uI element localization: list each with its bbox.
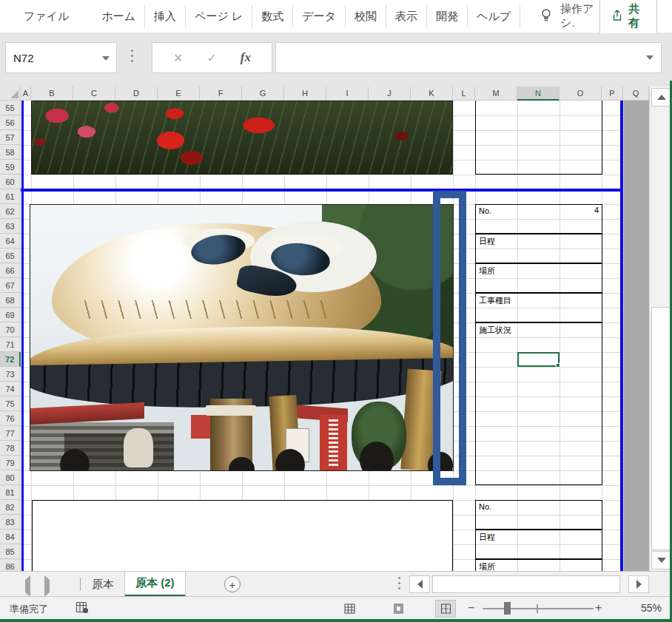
name-box-dropdown-icon[interactable] [102,56,110,61]
photo1-info-box[interactable] [475,101,602,175]
column-header-I[interactable]: I [326,87,369,101]
info-box-progress[interactable]: 施工状況 [475,322,602,485]
tell-me-button[interactable]: 操作アシ. [540,2,599,30]
tab-page-layout[interactable]: ページ レ [186,5,252,28]
zoom-slider-thumb[interactable] [504,602,511,615]
normal-view-button[interactable] [339,600,360,618]
row-header-73[interactable]: 73 [0,367,21,382]
tab-home[interactable]: ホーム [93,5,145,28]
row-header-69[interactable]: 69 [0,308,21,322]
row-header-56[interactable]: 56 [0,115,21,130]
tab-review[interactable]: 校閲 [346,5,386,28]
column-header-L[interactable]: L [453,87,475,101]
column-header-A[interactable]: A [21,87,31,101]
row-header-82[interactable]: 82 [0,500,21,515]
column-header-K[interactable]: K [411,87,453,101]
row-header-83[interactable]: 83 [0,515,21,530]
row-header-80[interactable]: 80 [0,470,21,485]
tab-scroll-left-button[interactable] [25,580,30,593]
row-header-68[interactable]: 68 [0,293,21,308]
macro-record-icon[interactable] [75,601,90,617]
column-header-M[interactable]: M [475,87,517,101]
enter-icon[interactable]: ✓ [206,51,216,65]
info-box-work-type[interactable]: 工事種目 [475,293,602,322]
column-header-N[interactable]: N [517,87,560,101]
photo-poppies[interactable] [31,101,453,175]
column-header-D[interactable]: D [115,87,158,101]
row-header-62[interactable]: 62 [0,204,21,219]
page-break-preview-button[interactable] [435,600,456,618]
row-header-72[interactable]: 72 [0,352,21,367]
fill-handle[interactable] [556,363,560,368]
scroll-left-button[interactable] [409,575,430,593]
no-value[interactable]: 4 [560,206,599,214]
row-header-63[interactable]: 63 [0,219,21,234]
tab-developer[interactable]: 開発 [427,5,468,28]
column-header-E[interactable]: E [158,87,200,101]
row-header-71[interactable]: 71 [0,337,21,352]
cancel-icon[interactable]: ✕ [173,51,183,65]
row-header-60[interactable]: 60 [0,175,21,189]
column-header-C[interactable]: C [73,87,115,101]
scroll-down-button[interactable] [651,551,671,569]
row-header-61[interactable]: 61 [0,189,21,204]
row-header-67[interactable]: 67 [0,278,21,293]
vertical-scrollbar[interactable] [649,87,672,571]
row-header-78[interactable]: 78 [0,441,21,456]
row-header-55[interactable]: 55 [0,101,21,115]
formula-bar-grip-icon[interactable] [131,50,133,52]
zoom-in-button[interactable]: + [595,601,602,615]
share-button[interactable]: 共有 [599,0,657,35]
info-box-schedule[interactable]: 日程 [475,234,602,263]
photo3-placeholder-box[interactable] [32,500,453,571]
column-header-B[interactable]: B [31,87,73,101]
row-header-76[interactable]: 76 [0,411,21,426]
info-box-place[interactable]: 場所 [475,263,602,293]
photo-owl-statue[interactable] [30,204,454,471]
row-header-79[interactable]: 79 [0,456,21,470]
name-box[interactable]: N72 [5,42,117,73]
zoom-slider-track[interactable] [483,608,594,609]
sheet-tab-genpon[interactable]: 原本 [81,572,124,597]
new-sheet-button[interactable]: + [224,576,241,592]
row-header-77[interactable]: 77 [0,426,21,441]
column-header-O[interactable]: O [560,87,602,101]
info-box-place-2[interactable]: 場所 [475,559,602,571]
tab-formulas[interactable]: 数式 [252,5,293,28]
selected-cell-N72[interactable] [517,352,560,367]
zoom-out-button[interactable]: − [468,601,474,615]
page-break-line-right[interactable] [620,101,623,571]
row-header-84[interactable]: 84 [0,530,21,544]
row-header-59[interactable]: 59 [0,160,21,175]
column-header-H[interactable]: H [284,87,326,101]
page-layout-view-button[interactable] [388,600,409,618]
column-header-P[interactable]: P [602,87,623,101]
tab-help[interactable]: ヘルプ [468,5,520,28]
page-break-line-left[interactable] [21,101,24,571]
scroll-right-button[interactable] [628,575,649,593]
row-header-81[interactable]: 81 [0,485,21,500]
row-header-75[interactable]: 75 [0,396,21,411]
row-header-58[interactable]: 58 [0,145,21,160]
row-header-57[interactable]: 57 [0,130,21,145]
sheet-tab-genpon-2-active[interactable]: 原本 (2) [124,572,186,597]
column-header-J[interactable]: J [369,87,411,101]
tab-insert[interactable]: 挿入 [145,5,186,28]
select-all-corner[interactable] [0,87,21,101]
formula-bar-expand-icon[interactable] [646,55,653,60]
row-header-85[interactable]: 85 [0,544,21,559]
blue-rectangle-shape[interactable] [433,191,466,485]
scroll-up-button[interactable] [651,88,671,107]
column-header-F[interactable]: F [200,87,242,101]
tabbar-grip-icon[interactable] [398,577,400,579]
row-header-66[interactable]: 66 [0,263,21,278]
insert-function-icon[interactable]: fx [241,50,251,65]
zoom-level[interactable]: 55% [617,602,662,614]
vertical-scroll-thumb[interactable] [651,307,671,550]
page-break-line-horizontal[interactable] [21,189,623,192]
row-header-74[interactable]: 74 [0,382,21,396]
row-header-70[interactable]: 70 [0,322,21,337]
info-box-no-2[interactable]: No. [475,500,602,530]
column-header-G[interactable]: G [242,87,284,101]
tab-view[interactable]: 表示 [386,5,427,28]
